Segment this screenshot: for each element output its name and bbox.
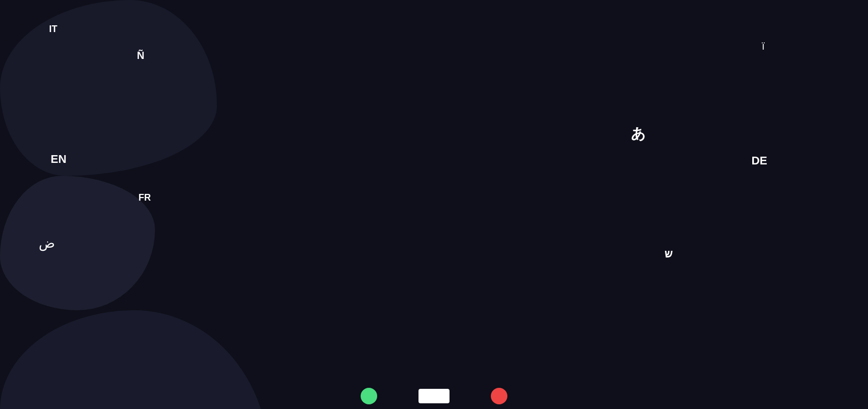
partner-logo-white <box>419 389 450 403</box>
lang-label-de: DE <box>751 154 767 168</box>
partner-logo-green <box>361 388 377 404</box>
partner-logo-red <box>491 388 507 404</box>
lang-label-i-right: ï <box>762 40 765 52</box>
lang-label-hebrew: ש <box>664 247 673 261</box>
lang-label-jp: あ <box>631 124 646 144</box>
partner-logos <box>0 383 868 409</box>
bg-blob-top-center <box>0 176 155 310</box>
partner-logo-3 <box>491 388 507 404</box>
partner-logo-2 <box>419 389 450 403</box>
bg-blob-top-left <box>0 0 217 176</box>
partner-logo-1 <box>361 388 377 404</box>
